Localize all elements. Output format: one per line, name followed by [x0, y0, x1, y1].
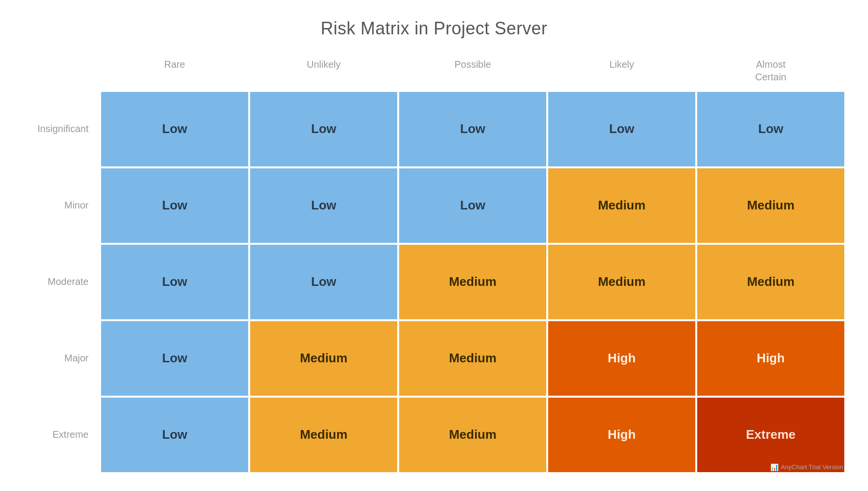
cell-0-1: Low [249, 91, 398, 167]
cell-2-4: Medium [696, 244, 845, 320]
cells-row-3: LowMediumMediumHighHigh [100, 320, 845, 397]
col-header-0: Rare [100, 58, 249, 91]
row-label-3: Major [23, 320, 100, 397]
cell-4-0: Low [100, 397, 249, 473]
cell-1-1: Low [249, 167, 398, 244]
cell-1-3: Medium [547, 167, 696, 244]
cell-1-4: Medium [696, 167, 845, 244]
col-header-3: Likely [547, 58, 696, 91]
cells-row-0: LowLowLowLowLow [100, 91, 845, 167]
cells-row-1: LowLowLowMediumMedium [100, 167, 845, 244]
matrix-row-3: MajorLowMediumMediumHighHigh [23, 320, 845, 397]
cells-row-2: LowLowMediumMediumMedium [100, 244, 845, 320]
cell-3-4: High [696, 320, 845, 397]
matrix-row-4: ExtremeLowMediumMediumHighExtreme [23, 397, 845, 473]
matrix-area: RareUnlikelyPossibleLikelyAlmost Certain… [23, 58, 845, 473]
row-label-2: Moderate [23, 244, 100, 320]
row-label-4: Extreme [23, 397, 100, 473]
cell-2-0: Low [100, 244, 249, 320]
cell-3-3: High [547, 320, 696, 397]
row-label-0: Insignificant [23, 91, 100, 167]
matrix-row-1: MinorLowLowLowMediumMedium [23, 167, 845, 244]
chart-container: Risk Matrix in Project Server RareUnlike… [23, 18, 845, 473]
cell-2-3: Medium [547, 244, 696, 320]
col-header-4: Almost Certain [696, 58, 845, 91]
matrix-body: InsignificantLowLowLowLowLowMinorLowLowL… [23, 91, 845, 473]
cell-0-4: Low [696, 91, 845, 167]
cell-3-0: Low [100, 320, 249, 397]
row-label-1: Minor [23, 167, 100, 244]
col-header-2: Possible [398, 58, 547, 91]
watermark-icon: 📊 [770, 463, 778, 471]
cell-0-0: Low [100, 91, 249, 167]
cell-3-2: Medium [398, 320, 547, 397]
cell-4-4: Extreme [696, 397, 845, 473]
cell-2-1: Low [249, 244, 398, 320]
chart-title: Risk Matrix in Project Server [321, 18, 548, 39]
cell-1-2: Low [398, 167, 547, 244]
cell-3-1: Medium [249, 320, 398, 397]
watermark: 📊 AnyChart Trial Version [770, 463, 843, 471]
cell-4-1: Medium [249, 397, 398, 473]
matrix-row-0: InsignificantLowLowLowLowLow [23, 91, 845, 167]
col-headers-row: RareUnlikelyPossibleLikelyAlmost Certain [100, 58, 845, 91]
cell-0-3: Low [547, 91, 696, 167]
cell-1-0: Low [100, 167, 249, 244]
cell-0-2: Low [398, 91, 547, 167]
cell-4-3: High [547, 397, 696, 473]
matrix-row-2: ModerateLowLowMediumMediumMedium [23, 244, 845, 320]
watermark-text: AnyChart Trial Version [781, 463, 843, 471]
col-header-1: Unlikely [249, 58, 398, 91]
cell-2-2: Medium [398, 244, 547, 320]
cell-4-2: Medium [398, 397, 547, 473]
cells-row-4: LowMediumMediumHighExtreme [100, 397, 845, 473]
